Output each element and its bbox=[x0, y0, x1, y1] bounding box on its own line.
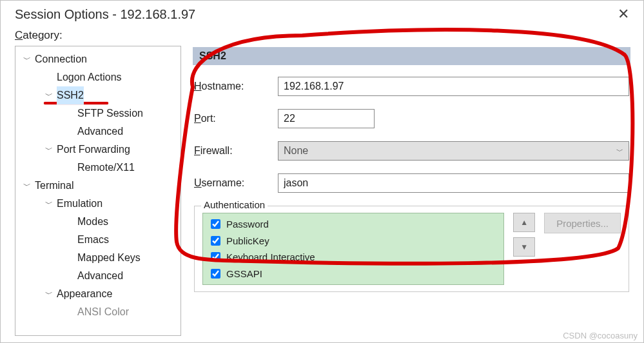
label-hostname: Hostname: bbox=[194, 81, 278, 92]
tree-item-emulation[interactable]: ﹀Emulation bbox=[18, 195, 178, 213]
label-username: Username: bbox=[194, 177, 278, 189]
label-firewall: Firewall: bbox=[194, 145, 278, 157]
left-column: Category: ﹀Connection Logon Actions ﹀SSH… bbox=[15, 29, 181, 336]
auth-checkbox[interactable] bbox=[211, 219, 220, 229]
close-icon[interactable]: ✕ bbox=[612, 6, 634, 23]
window-title: Session Options - 192.168.1.97 bbox=[15, 7, 195, 22]
auth-item-password[interactable]: Password bbox=[208, 216, 498, 233]
section-header-ssh2: SSH2 bbox=[193, 47, 630, 65]
port-field[interactable] bbox=[278, 109, 375, 128]
authentication-legend: Authentication bbox=[201, 199, 268, 210]
triangle-down-icon: ▼ bbox=[520, 242, 528, 251]
tree-item-ansi-color[interactable]: ANSI Color bbox=[18, 303, 178, 321]
chevron-down-icon: ﹀ bbox=[44, 89, 54, 103]
tree-item-remote-x11[interactable]: Remote/X11 bbox=[18, 159, 178, 177]
authentication-fieldset: Authentication Password PublicKey Keyboa… bbox=[194, 206, 629, 292]
move-up-button[interactable]: ▲ bbox=[513, 213, 535, 232]
tree-item-mapped-keys[interactable]: Mapped Keys bbox=[18, 249, 178, 267]
titlebar: Session Options - 192.168.1.97 ✕ bbox=[1, 1, 643, 29]
hostname-field[interactable] bbox=[278, 77, 629, 96]
ssh2-form: Hostname: Port: Firewall: None ﹀ Usernam… bbox=[193, 65, 630, 299]
chevron-down-icon: ﹀ bbox=[22, 179, 32, 193]
auth-checkbox[interactable] bbox=[211, 269, 220, 279]
auth-checkbox[interactable] bbox=[211, 236, 220, 246]
auth-controls: ▲ ▼ bbox=[513, 213, 535, 257]
category-label: Category: bbox=[15, 29, 181, 42]
auth-checkbox[interactable] bbox=[211, 252, 220, 262]
auth-list[interactable]: Password PublicKey Keyboard Interactive … bbox=[202, 213, 504, 285]
auth-item-gssapi[interactable]: GSSAPI bbox=[208, 266, 498, 282]
tree-item-advanced-emu[interactable]: Advanced bbox=[18, 267, 178, 285]
tree-item-port-forwarding[interactable]: ﹀Port Forwarding bbox=[18, 141, 178, 159]
label-port: Port: bbox=[194, 113, 278, 124]
auth-body: Password PublicKey Keyboard Interactive … bbox=[202, 213, 621, 285]
firewall-value: None bbox=[284, 145, 308, 157]
row-username: Username: bbox=[194, 173, 629, 193]
tree-item-terminal[interactable]: ﹀Terminal bbox=[18, 177, 178, 195]
row-firewall: Firewall: None ﹀ bbox=[194, 141, 629, 161]
auth-item-keyboard-interactive[interactable]: Keyboard Interactive bbox=[208, 249, 498, 266]
watermark: CSDN @cocoasuny bbox=[563, 331, 638, 340]
tree-item-advanced[interactable]: Advanced bbox=[18, 122, 178, 141]
row-port: Port: bbox=[194, 109, 629, 128]
tree-item-modes[interactable]: Modes bbox=[18, 213, 178, 231]
tree-item-appearance[interactable]: ﹀Appearance bbox=[18, 285, 178, 303]
tree-item-logon-actions[interactable]: Logon Actions bbox=[18, 68, 178, 86]
row-hostname: Hostname: bbox=[194, 77, 629, 96]
auth-item-publickey[interactable]: PublicKey bbox=[208, 233, 498, 250]
right-column: SSH2 Hostname: Port: Firewall: None ﹀ bbox=[193, 29, 634, 336]
category-tree[interactable]: ﹀Connection Logon Actions ﹀SSH2 SFTP Ses… bbox=[15, 46, 181, 336]
firewall-select[interactable]: None ﹀ bbox=[278, 141, 629, 161]
chevron-down-icon: ﹀ bbox=[44, 288, 54, 301]
tree-item-emacs[interactable]: Emacs bbox=[18, 231, 178, 249]
chevron-down-icon: ﹀ bbox=[44, 197, 54, 211]
tree-item-connection[interactable]: ﹀Connection bbox=[18, 50, 178, 68]
properties-button[interactable]: Properties... bbox=[544, 213, 621, 233]
session-options-window: Session Options - 192.168.1.97 ✕ Categor… bbox=[0, 0, 644, 343]
username-field[interactable] bbox=[278, 173, 629, 193]
body: Category: ﹀Connection Logon Actions ﹀SSH… bbox=[1, 29, 643, 342]
chevron-down-icon: ﹀ bbox=[616, 146, 623, 156]
chevron-down-icon: ﹀ bbox=[44, 143, 54, 157]
chevron-down-icon: ﹀ bbox=[22, 53, 32, 66]
move-down-button[interactable]: ▼ bbox=[513, 237, 535, 257]
tree-item-sftp-session[interactable]: SFTP Session bbox=[18, 104, 178, 122]
triangle-up-icon: ▲ bbox=[520, 218, 528, 227]
